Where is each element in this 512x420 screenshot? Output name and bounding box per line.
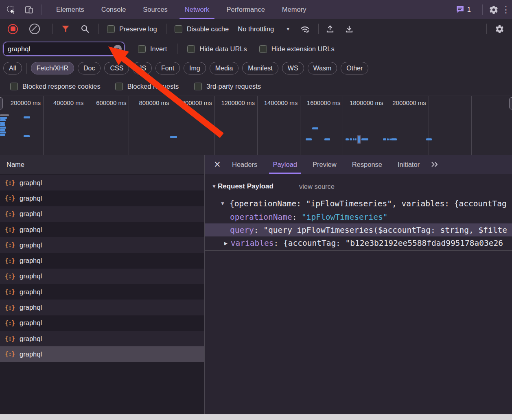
divider: [52, 24, 53, 34]
request-row[interactable]: {:}graphql: [0, 331, 204, 346]
json-file-icon: {:}: [5, 273, 15, 280]
json-file-icon: {:}: [5, 210, 15, 218]
filter-chip-ws[interactable]: WS: [282, 62, 304, 74]
collapse-triangle-icon[interactable]: ▼: [220, 201, 225, 206]
view-source-link[interactable]: view source: [299, 183, 335, 190]
filter-chip-manifest[interactable]: Manifest: [242, 62, 278, 74]
request-timing-bar: [306, 138, 312, 140]
network-settings-button[interactable]: [495, 24, 504, 34]
request-timing-bar: [389, 138, 391, 140]
issues-button[interactable]: 1: [456, 5, 471, 14]
tab-performance[interactable]: Performance: [218, 0, 273, 19]
request-name: graphql: [20, 210, 42, 218]
request-row[interactable]: {:}graphql: [0, 315, 204, 331]
clear-network-log-button[interactable]: [29, 24, 40, 34]
filter-chip-doc[interactable]: Doc: [78, 62, 101, 74]
tab-sources[interactable]: Sources: [134, 0, 176, 19]
hide-extension-urls-checkbox[interactable]: [259, 45, 267, 53]
detail-tab-headers[interactable]: Headers: [224, 155, 265, 174]
hide-data-urls-checkbox[interactable]: [187, 45, 195, 53]
upload-icon: [326, 24, 335, 33]
request-payload-section[interactable]: ▼ Request Payload view source: [205, 180, 512, 192]
device-toolbar-button[interactable]: [23, 4, 35, 16]
name-column-header[interactable]: Name: [0, 155, 204, 174]
settings-gear-button[interactable]: [488, 4, 500, 16]
record-button[interactable]: [8, 24, 18, 34]
close-details-button[interactable]: ×: [210, 158, 224, 171]
invert-checkbox[interactable]: [138, 45, 146, 53]
network-main-area: Name {:}graphql{:}graphql{:}graphql{:}gr…: [0, 155, 512, 414]
request-row[interactable]: {:}graphql: [0, 346, 204, 362]
filter-chip-js[interactable]: JS: [133, 62, 152, 74]
filter-input[interactable]: [3, 42, 125, 56]
filter-chip-other[interactable]: Other: [341, 62, 368, 74]
gear-icon: [489, 5, 499, 15]
payload-entry-query[interactable]: query"query ipFlowTimeseries($accountTag…: [205, 223, 512, 236]
payload-entry-variables[interactable]: ▶variables{accountTag: "b12e3b2192ee5588…: [205, 236, 512, 249]
detail-tab-response[interactable]: Response: [344, 155, 390, 174]
blocked-filter-bar: Blocked response cookies Blocked request…: [0, 77, 512, 96]
request-name: graphql: [20, 319, 42, 327]
network-conditions-button[interactable]: [300, 24, 310, 33]
tab-network[interactable]: Network: [176, 0, 218, 19]
request-timing-bar: [346, 138, 349, 140]
disable-cache-checkbox[interactable]: [175, 25, 182, 33]
divider: [42, 4, 42, 15]
blocked-response-cookies-checkbox[interactable]: [10, 83, 18, 90]
preserve-log-checkbox[interactable]: [107, 25, 115, 33]
export-har-button[interactable]: [345, 24, 354, 33]
tab-memory[interactable]: Memory: [274, 0, 315, 19]
request-row[interactable]: {:}graphql: [0, 206, 204, 222]
request-row[interactable]: {:}graphql: [0, 253, 204, 268]
more-detail-tabs-button[interactable]: [431, 161, 439, 168]
search-button[interactable]: [81, 24, 90, 33]
request-row[interactable]: {:}graphql: [0, 175, 204, 190]
json-file-icon: {:}: [5, 304, 15, 311]
filter-button[interactable]: [61, 25, 70, 33]
filter-chip-font[interactable]: Font: [155, 62, 180, 74]
collapse-triangle-icon[interactable]: ▼: [212, 184, 217, 189]
divider: [177, 44, 177, 54]
payload-root-object[interactable]: ▼ {operationName: "ipFlowTimeseries", va…: [205, 197, 512, 210]
payload-value: {accountTag: "b12e3b2192ee5588fdad995178…: [283, 238, 503, 248]
blocked-requests-checkbox[interactable]: [115, 83, 123, 90]
clear-filter-icon[interactable]: ×: [114, 45, 122, 53]
payload-entry-operation-name[interactable]: operationName"ipFlowTimeseries": [205, 210, 512, 223]
filter-chip-img[interactable]: Img: [184, 62, 206, 74]
filter-chip-all[interactable]: All: [3, 62, 22, 74]
search-icon: [81, 24, 90, 33]
throttling-dropdown[interactable]: No throttling ▼: [238, 25, 290, 33]
detail-tab-initiator[interactable]: Initiator: [390, 155, 427, 174]
tab-elements[interactable]: Elements: [48, 0, 93, 19]
detail-tab-payload[interactable]: Payload: [265, 155, 305, 174]
request-row[interactable]: {:}graphql: [0, 222, 204, 237]
request-type-filter-bar: AllFetch/XHRDocCSSJSFontImgMediaManifest…: [0, 59, 512, 77]
tab-console[interactable]: Console: [93, 0, 135, 19]
network-overview-timeline[interactable]: 200000 ms400000 ms600000 ms800000 ms1000…: [0, 96, 512, 156]
inspect-element-button[interactable]: [5, 4, 17, 16]
request-timing-bar: [350, 138, 352, 140]
request-row[interactable]: {:}graphql: [0, 237, 204, 253]
filter-chip-css[interactable]: CSS: [104, 62, 129, 74]
timeline-tick-label: 2000000 ms: [361, 99, 426, 106]
request-row[interactable]: {:}graphql: [0, 269, 204, 284]
request-row[interactable]: {:}graphql: [0, 190, 204, 206]
filter-chip-fetch-xhr[interactable]: Fetch/XHR: [31, 62, 74, 74]
json-file-icon: {:}: [5, 257, 15, 265]
payload-object-preview: {operationName: "ipFlowTimeseries", vari…: [230, 199, 507, 208]
more-options-button[interactable]: ⋮: [500, 4, 512, 16]
request-timing-bar: [383, 138, 386, 140]
detail-tab-preview[interactable]: Preview: [305, 155, 344, 174]
third-party-requests-checkbox[interactable]: [194, 83, 202, 90]
filter-chip-media[interactable]: Media: [210, 62, 239, 74]
filter-chip-wasm[interactable]: Wasm: [308, 62, 337, 74]
request-name: graphql: [20, 335, 42, 343]
json-file-icon: {:}: [5, 288, 15, 295]
timeline-scroll-handle-right[interactable]: [509, 97, 512, 109]
request-timing-bar: [361, 138, 368, 140]
expand-triangle-icon[interactable]: ▶: [224, 240, 228, 246]
import-har-button[interactable]: [326, 24, 335, 33]
request-timing-bar: [0, 122, 5, 124]
request-row[interactable]: {:}graphql: [0, 284, 204, 300]
request-row[interactable]: {:}graphql: [0, 300, 204, 315]
